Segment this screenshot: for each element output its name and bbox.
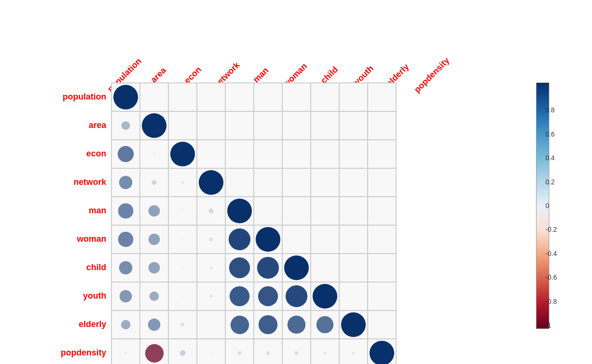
cell-7-9 (368, 282, 396, 310)
circle-8-8 (341, 312, 366, 337)
cell-1-5 (254, 111, 282, 140)
cell-4-4 (225, 197, 254, 225)
circle-7-7 (313, 284, 337, 309)
cell-1-2 (168, 111, 197, 140)
cell-3-1 (140, 168, 168, 197)
cell-5-1 (140, 225, 168, 254)
cell-1-1 (140, 111, 168, 140)
row-label-woman: woman (35, 225, 111, 253)
cell-7-4 (225, 282, 254, 310)
circle-4-0 (118, 203, 133, 218)
circle-9-0 (125, 352, 127, 354)
cell-9-1 (140, 339, 168, 364)
legend-labels: 10.80.60.40.20-0.2-0.4-0.6-0.8-1 (544, 82, 557, 329)
cell-5-0 (111, 225, 140, 254)
circle-3-3 (199, 170, 223, 195)
cell-2-0 (111, 140, 140, 168)
circle-5-1 (148, 234, 159, 245)
chart-container: populationareaeconnetworkmanwomanchildyo… (35, 7, 557, 357)
cell-5-2 (168, 225, 197, 254)
cell-7-3 (197, 282, 225, 310)
col-label-youth: youth (350, 7, 384, 82)
circle-9-1 (145, 344, 164, 363)
cell-8-1 (140, 310, 168, 339)
circle-5-2 (182, 238, 183, 240)
cell-0-9 (368, 83, 396, 111)
circle-3-2 (181, 181, 184, 183)
cell-9-5 (254, 339, 282, 364)
circle-4-3 (209, 209, 213, 213)
cell-8-5 (254, 310, 282, 339)
cell-9-2 (168, 339, 197, 364)
row-label-popdensity: popdensity (35, 338, 111, 364)
cell-6-7 (311, 254, 339, 282)
cell-5-9 (368, 225, 396, 254)
circle-8-1 (148, 318, 160, 331)
cell-0-5 (254, 83, 282, 111)
circle-9-5 (266, 351, 270, 355)
cell-6-2 (168, 254, 197, 282)
circle-7-3 (210, 295, 213, 298)
circle-5-4 (229, 228, 251, 251)
cell-2-4 (225, 140, 254, 168)
cell-2-1 (140, 140, 168, 168)
cell-8-0 (111, 310, 140, 339)
legend-tick: -0.2 (544, 226, 557, 233)
legend-tick: 1 (544, 82, 557, 90)
cell-3-9 (368, 168, 396, 197)
legend-tick: -0.8 (544, 298, 557, 305)
circle-6-5 (257, 257, 279, 279)
cell-4-5 (254, 197, 282, 225)
cell-3-6 (282, 168, 311, 197)
cell-9-8 (339, 339, 368, 364)
legend-tick: 0 (544, 202, 557, 209)
cell-1-9 (368, 111, 396, 140)
circle-6-3 (210, 266, 212, 269)
matrix-area: populationareaeconnetworkmanwomanchildyo… (35, 82, 397, 364)
cell-2-8 (339, 140, 368, 168)
cell-4-1 (140, 197, 168, 225)
cell-7-6 (282, 282, 311, 310)
cell-3-4 (225, 168, 254, 197)
cell-8-3 (197, 310, 225, 339)
circle-9-4 (238, 351, 241, 355)
circle-7-4 (230, 286, 250, 306)
cell-1-0 (111, 111, 140, 140)
cell-1-6 (282, 111, 311, 140)
cell-4-0 (111, 197, 140, 225)
col-label-population: population (111, 7, 145, 82)
cell-4-9 (368, 197, 396, 225)
cell-4-2 (168, 197, 197, 225)
circle-7-6 (286, 285, 307, 307)
cell-4-6 (282, 197, 311, 225)
col-label-network: network (213, 7, 248, 82)
legend-tick: 0.6 (544, 130, 557, 138)
circle-4-2 (182, 210, 184, 212)
row-label-elderly: elderly (35, 310, 111, 338)
cell-0-0 (111, 83, 140, 111)
row-label-network: network (35, 168, 111, 196)
circle-8-7 (316, 316, 333, 333)
circle-3-0 (119, 176, 133, 190)
cell-9-6 (282, 339, 311, 364)
cell-3-7 (311, 168, 339, 197)
circle-6-2 (182, 267, 183, 268)
circle-9-7 (324, 352, 326, 355)
row-label-area: area (35, 111, 111, 139)
cell-8-8 (339, 310, 368, 339)
circle-8-4 (231, 316, 249, 334)
circle-9-8 (352, 352, 355, 355)
cell-3-0 (111, 168, 140, 197)
circle-8-3 (210, 324, 212, 325)
cell-3-5 (254, 168, 282, 197)
cell-8-4 (225, 310, 254, 339)
cell-8-6 (282, 310, 311, 339)
cell-6-6 (282, 254, 311, 282)
cell-1-4 (225, 111, 254, 140)
cell-6-3 (197, 254, 225, 282)
legend-tick: 0.4 (544, 154, 557, 162)
cell-0-1 (140, 83, 168, 111)
cell-8-7 (311, 310, 339, 339)
circle-6-4 (229, 257, 250, 278)
circle-7-0 (120, 290, 132, 302)
